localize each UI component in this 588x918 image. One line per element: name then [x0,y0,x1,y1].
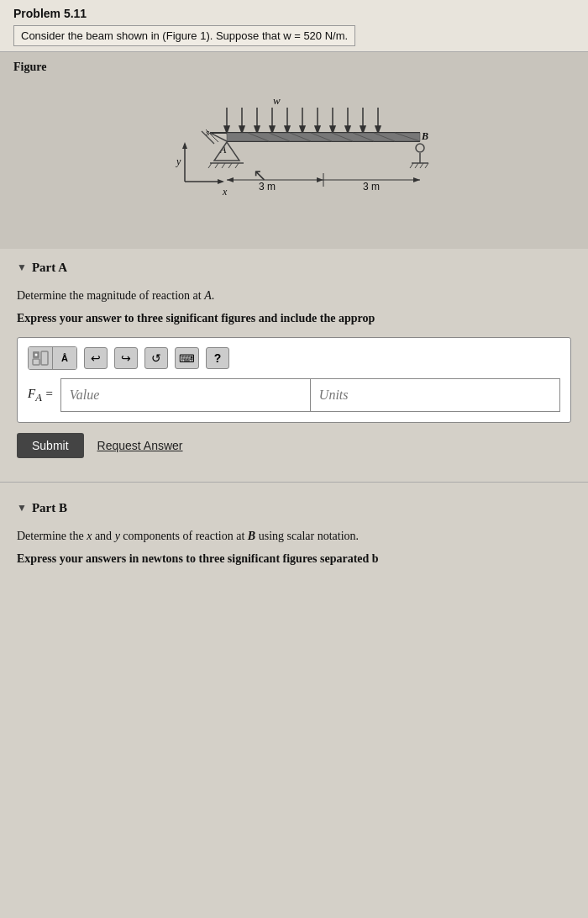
part-b-instruction: Express your answers in newtons to three… [17,550,571,567]
svg-marker-13 [315,126,320,133]
svg-line-48 [420,163,423,168]
load-label: w [273,94,281,107]
problem-header: Problem 5.11 Consider the beam shown in … [0,0,588,52]
svg-marker-3 [239,126,244,133]
svg-line-38 [208,163,212,168]
help-icon: ? [214,351,222,365]
redo-btn[interactable]: ↪ [114,347,138,369]
svg-line-40 [222,163,225,168]
svg-marker-5 [255,126,260,133]
submit-row: Submit Request Answer [17,433,571,458]
value-input[interactable] [60,378,311,412]
part-a-toggle[interactable]: ▼ Part A [17,261,571,275]
fa-label: FA = [28,387,54,404]
input-row: FA = [28,378,560,412]
svg-rect-66 [33,359,39,365]
part-a-var-a: A [204,289,212,302]
refresh-icon: ↺ [151,351,161,365]
svg-text:y: y [176,156,181,167]
problem-description: Consider the beam shown in (Figure 1). S… [21,29,348,42]
figure-section: Figure ↖ w [0,52,588,249]
svg-line-46 [410,163,413,168]
part-a-arrow[interactable]: ▼ [17,261,27,274]
svg-line-41 [228,163,232,168]
svg-line-49 [425,163,428,168]
point-a: A [219,144,227,156]
svg-rect-67 [41,351,48,365]
symbol-btn[interactable]: Å [53,347,76,369]
redo-icon: ↪ [121,351,131,365]
part-b-var-y: y [115,530,120,542]
request-answer-link[interactable]: Request Answer [97,439,183,452]
keyboard-icon: ⌨ [179,352,195,365]
part-a-description: Determine the magnitude of reaction at A… [17,287,571,304]
svg-marker-59 [182,142,187,149]
figure-label: Figure [13,61,575,74]
svg-marker-15 [330,126,335,133]
svg-marker-7 [270,126,275,133]
template-btn-group[interactable]: Å [28,346,77,370]
part-b-toggle[interactable]: ▼ Part B [17,501,571,515]
part-b-var-b: B [248,530,255,542]
point-b: B [421,130,428,142]
svg-marker-51 [227,177,234,182]
problem-title: Problem 5.11 [13,7,575,20]
undo-icon: ↩ [91,351,101,365]
part-b-description: Determine the x and y components of reac… [17,527,571,545]
submit-button[interactable]: Submit [17,433,84,458]
part-b-var-x: x [87,530,92,542]
beam-diagram: w [118,89,470,240]
help-btn[interactable]: ? [206,347,229,369]
units-input[interactable] [311,378,560,412]
svg-marker-62 [218,179,224,184]
svg-marker-17 [345,126,350,133]
part-a-section: ▼ Part A Determine the magnitude of reac… [0,249,588,475]
svg-line-39 [215,163,218,168]
svg-marker-21 [375,126,381,133]
part-a-instruction: Express your answer to three significant… [17,309,571,327]
svg-line-42 [235,163,239,168]
refresh-btn[interactable]: ↺ [144,347,168,369]
svg-marker-36 [214,142,239,161]
undo-btn[interactable]: ↩ [84,347,108,369]
toolbar-row: Å ↩ ↪ ↺ ⌨ [28,346,560,370]
part-a-title: Part A [32,261,67,275]
figure-image: ↖ w [13,81,575,249]
template-grid-btn[interactable] [29,347,53,369]
svg-line-25 [210,133,227,141]
part-b-title: Part B [32,501,67,515]
svg-text:x: x [222,186,228,198]
part-b-arrow[interactable]: ▼ [17,502,27,514]
keyboard-btn[interactable]: ⌨ [175,347,199,369]
page-container: Problem 5.11 Consider the beam shown in … [0,0,588,586]
svg-marker-1 [224,126,229,133]
svg-marker-52 [317,177,323,182]
part-b-section: ▼ Part B Determine the x and y component… [0,489,588,586]
svg-text:s: s [206,127,209,137]
svg-marker-9 [285,126,290,133]
svg-point-43 [416,144,424,152]
svg-marker-56 [413,177,420,182]
svg-marker-11 [300,126,305,133]
answer-box-a: Å ↩ ↪ ↺ ⌨ [17,337,571,423]
svg-text:3 m: 3 m [259,181,276,193]
svg-line-47 [415,163,418,168]
svg-point-68 [35,354,38,356]
section-divider [0,482,588,483]
svg-marker-19 [360,126,365,133]
svg-text:3 m: 3 m [363,181,380,193]
